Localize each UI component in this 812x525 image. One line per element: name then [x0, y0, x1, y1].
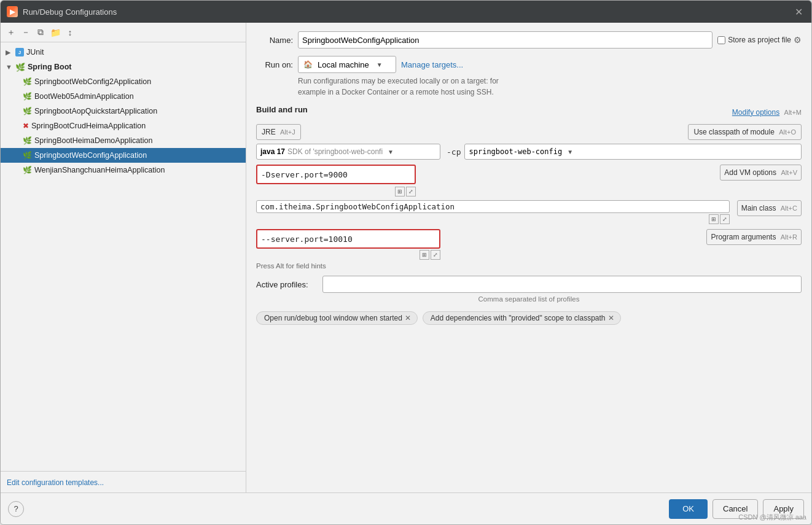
vm-options-input[interactable]: [256, 165, 416, 184]
program-args-input[interactable]: [256, 229, 440, 249]
springboot-icon: 🌿: [15, 63, 25, 72]
add-vm-options-button[interactable]: Add VM options Alt+V: [720, 165, 802, 181]
tags-row: Open run/debug tool window when started …: [256, 311, 802, 325]
sort-button[interactable]: ↕: [63, 26, 77, 39]
modify-options-shortcut: Alt+M: [784, 109, 802, 116]
tree-group-springboot[interactable]: ▼ 🌿 Spring Boot: [1, 60, 246, 74]
tree-item-label-3: SpringBootCrudHeimaApplication: [31, 122, 146, 130]
jdk-version: java 17: [260, 147, 285, 156]
tree-item-4[interactable]: 🌿 SpringBootHeimaDemoApplication: [1, 133, 246, 148]
gear-icon[interactable]: ⚙: [794, 35, 802, 45]
dialog-body: ＋ － ⧉ 📁 ↕ ▶ J JUnit ▼ 🌿 Spring Boot: [1, 23, 811, 492]
store-project-label: Store as project file: [728, 36, 791, 44]
tree-item-0[interactable]: 🌿 SpringbootWebConfig2Application: [1, 74, 246, 89]
spring-leaf-icon-1: 🌿: [23, 92, 32, 101]
program-args-button[interactable]: Program arguments Alt+R: [706, 229, 802, 245]
tree-item-label-0: SpringbootWebConfig2Application: [34, 77, 151, 86]
tree-item-label-5: SpringbootWebConfigApplication: [34, 151, 147, 160]
tree-item-5[interactable]: 🌿 SpringbootWebConfigApplication: [1, 148, 246, 163]
copy-config-button[interactable]: ⧉: [34, 26, 47, 39]
jdk-dropdown-arrow-icon: ▼: [388, 149, 394, 155]
tag-2-close-button[interactable]: ✕: [608, 314, 614, 322]
jdk-dropdown[interactable]: java 17 SDK of 'springboot-web-confi ▼: [256, 144, 440, 160]
jdk-row: java 17 SDK of 'springboot-web-confi ▼ -…: [256, 144, 802, 160]
name-row: Name: Store as project file ⚙: [256, 31, 802, 49]
edit-templates-link[interactable]: Edit configuration templates...: [7, 478, 104, 487]
tag-chip-1: Open run/debug tool window when started …: [256, 311, 418, 325]
bottom-bar: ? OK Cancel Apply: [1, 492, 811, 524]
tree-item-6[interactable]: 🌿 WenjianShangchuanHeimaApplication: [1, 163, 246, 177]
spring-leaf-icon-4: 🌿: [23, 136, 32, 145]
tag-1-label: Open run/debug tool window when started: [264, 314, 402, 322]
run-on-label: Run on:: [256, 60, 293, 69]
tree-item-label-4: SpringBootHeimaDemoApplication: [34, 136, 152, 145]
use-classpath-button[interactable]: Use classpath of module Alt+O: [688, 124, 802, 140]
junit-icon: J: [15, 48, 24, 56]
store-project-row: Store as project file ⚙: [717, 35, 802, 45]
help-button[interactable]: ?: [8, 501, 24, 517]
tree-group-junit[interactable]: ▶ J JUnit: [1, 45, 246, 60]
active-profiles-label: Active profiles:: [256, 280, 318, 289]
title-bar: ▶ Run/Debug Configurations ✕: [1, 1, 811, 23]
local-machine-dropdown[interactable]: 🏠 Local machine ▼: [298, 56, 396, 73]
program-args-row: ⊞ ⤢ Program arguments Alt+R: [256, 229, 802, 260]
home-icon: 🏠: [303, 60, 313, 69]
add-config-button[interactable]: ＋: [4, 26, 18, 39]
prog-args-fullscreen-button[interactable]: ⤢: [431, 250, 440, 260]
tag-2-label: Add dependencies with "provided" scope t…: [431, 314, 606, 322]
run-on-row: Run on: 🏠 Local machine ▼ Manage targets…: [256, 56, 802, 73]
left-panel: ＋ － ⧉ 📁 ↕ ▶ J JUnit ▼ 🌿 Spring Boot: [1, 23, 246, 492]
run-hint: Run configurations may be executed local…: [298, 76, 802, 98]
section-header-row: Build and run Modify options Alt+M: [256, 105, 802, 119]
build-run-section: Build and run Modify options Alt+M JRE A…: [256, 105, 802, 331]
chevron-right-icon: ▶: [6, 49, 13, 56]
main-class-input[interactable]: [256, 200, 730, 213]
vm-fullscreen-button[interactable]: ⤢: [406, 187, 416, 196]
close-button[interactable]: ✕: [792, 6, 805, 18]
jre-row: JRE Alt+J Use classpath of module Alt+O: [256, 124, 802, 140]
field-hint: Press Alt for field hints: [256, 262, 802, 270]
classpath-dropdown-arrow-icon: ▼: [567, 149, 573, 155]
prog-args-expand-button[interactable]: ⊞: [420, 250, 429, 260]
tree-item-3[interactable]: ✖ SpringBootCrudHeimaApplication: [1, 119, 246, 133]
modify-options-link[interactable]: Modify options Alt+M: [732, 108, 802, 117]
store-project-checkbox[interactable]: [717, 36, 725, 44]
classpath-text: springboot-web-config: [469, 147, 562, 156]
folder-button[interactable]: 📁: [49, 26, 62, 39]
manage-targets-link[interactable]: Manage targets...: [401, 60, 463, 69]
build-run-title: Build and run: [256, 105, 308, 114]
tree-item-label-2: SpringbootAopQuickstartApplication: [34, 107, 157, 115]
chevron-down-icon: ▼: [6, 63, 13, 71]
config-tree: ▶ J JUnit ▼ 🌿 Spring Boot 🌿 SpringbootWe…: [1, 42, 246, 471]
spring-leaf-icon-3: ✖: [23, 122, 29, 130]
tree-item-label-1: BootWeb05AdminApplication: [34, 92, 134, 101]
main-class-expand-button[interactable]: ⊞: [709, 214, 719, 224]
name-label: Name:: [256, 36, 293, 45]
classpath-dropdown[interactable]: springboot-web-config ▼: [464, 144, 802, 160]
tree-item-1[interactable]: 🌿 BootWeb05AdminApplication: [1, 89, 246, 104]
run-debug-dialog: ▶ Run/Debug Configurations ✕ ＋ － ⧉ 📁 ↕ ▶…: [0, 0, 812, 525]
vm-options-row: ⊞ ⤢ Add VM options Alt+V: [256, 165, 802, 196]
spring-leaf-icon-0: 🌿: [23, 77, 32, 86]
name-input[interactable]: [298, 31, 712, 49]
ok-button[interactable]: OK: [669, 499, 708, 519]
jdk-sdk-text: SDK of 'springboot-web-confi: [287, 147, 383, 156]
tree-item-2[interactable]: 🌿 SpringbootAopQuickstartApplication: [1, 104, 246, 119]
cp-flag: -cp: [447, 147, 461, 157]
left-footer: Edit configuration templates...: [1, 471, 246, 492]
vm-expand-button[interactable]: ⊞: [395, 187, 405, 196]
remove-config-button[interactable]: －: [19, 26, 33, 39]
active-profiles-row: Active profiles:: [256, 276, 802, 293]
tag-1-close-button[interactable]: ✕: [405, 314, 411, 322]
main-class-button[interactable]: Main class Alt+C: [737, 200, 802, 216]
tag-chip-2: Add dependencies with "provided" scope t…: [423, 311, 621, 325]
jre-button[interactable]: JRE Alt+J: [256, 124, 301, 140]
spring-leaf-icon-2: 🌿: [23, 107, 32, 115]
active-profiles-input[interactable]: [322, 276, 802, 293]
spring-leaf-icon-6: 🌿: [23, 166, 32, 174]
spring-leaf-icon-5: 🌿: [23, 151, 32, 160]
left-toolbar: ＋ － ⧉ 📁 ↕: [1, 23, 246, 42]
main-class-fullscreen-button[interactable]: ⤢: [720, 214, 730, 224]
dropdown-arrow-icon: ▼: [377, 61, 383, 68]
app-icon: ▶: [7, 6, 18, 17]
